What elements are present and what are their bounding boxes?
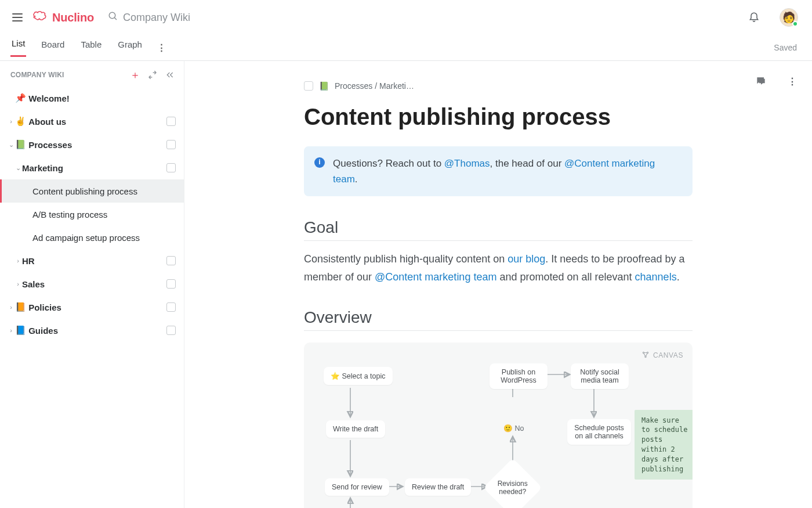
expand-icon[interactable] xyxy=(147,69,158,81)
workspace-search-placeholder: Company Wiki xyxy=(123,12,190,24)
tab-board[interactable]: Board xyxy=(40,39,66,56)
doc-header: 📗 Processes / Marketi… xyxy=(304,76,693,96)
info-icon: i xyxy=(314,157,325,168)
doc-actions: ⋮ xyxy=(745,75,797,87)
sidebar-item-welcome[interactable]: 📌 Welcome! xyxy=(0,87,184,110)
sidebar-item-sales[interactable]: ›Sales xyxy=(0,272,184,296)
link-channels[interactable]: channels xyxy=(635,271,677,283)
view-tabs: List Board Table Graph ⋮ Saved xyxy=(0,35,812,61)
add-page-icon[interactable]: ＋ xyxy=(129,69,141,81)
workspace-search[interactable]: Company Wiki xyxy=(108,11,190,24)
folder-icon: 📗 xyxy=(15,139,26,150)
search-icon xyxy=(108,11,118,24)
canvas-diagram[interactable]: CANVAS ⭐ Select a topic xyxy=(304,343,693,508)
folder-icon: ✌️ xyxy=(15,116,26,127)
sidebar-item-content-publishing-process[interactable]: Content publishing process xyxy=(0,179,184,203)
svg-line-1 xyxy=(114,17,117,20)
link-our-blog[interactable]: our blog xyxy=(507,253,545,265)
sidebar: COMPANY WIKI ＋ 📌 Welcome! ›✌️ About us ⌄… xyxy=(0,61,184,508)
mention-content-marketing-team-2[interactable]: @Content marketing team xyxy=(375,271,496,283)
canvas-node-schedule[interactable]: Schedule posts on all channels xyxy=(567,419,631,445)
app-name: Nuclino xyxy=(52,11,94,24)
sidebar-item-ab-testing-process[interactable]: A/B testing process xyxy=(0,203,184,226)
folder-icon: 📙 xyxy=(15,302,26,312)
stack-icon xyxy=(166,140,176,149)
canvas-node-review-draft[interactable]: Review the draft xyxy=(405,478,471,496)
doc-menu-icon[interactable]: ⋮ xyxy=(788,76,797,87)
canvas-sticky-note[interactable]: Make sure to schedule posts within 2 day… xyxy=(635,410,693,480)
sidebar-header: COMPANY WIKI ＋ xyxy=(0,68,184,82)
sidebar-item-guides[interactable]: ›📘 Guides xyxy=(0,319,184,342)
sidebar-item-about-us[interactable]: ›✌️ About us xyxy=(0,110,184,133)
chevron-right-icon: › xyxy=(7,118,15,125)
callout-text: Questions? Reach out to @Thomas, the hea… xyxy=(333,156,682,187)
canvas-node-publish[interactable]: Publish on WordPress xyxy=(490,363,548,389)
sidebar-item-marketing[interactable]: ⌄Marketing xyxy=(0,156,184,179)
sidebar-title: COMPANY WIKI xyxy=(10,71,124,79)
app-logo[interactable]: Nuclino xyxy=(32,10,94,25)
svg-point-0 xyxy=(109,12,115,19)
breadcrumb[interactable]: Processes / Marketi… xyxy=(335,81,414,91)
chevron-right-icon: › xyxy=(7,327,15,334)
menu-icon[interactable] xyxy=(10,10,24,24)
comments-icon[interactable] xyxy=(755,75,767,87)
chevron-right-icon: › xyxy=(14,257,22,264)
sidebar-item-hr[interactable]: ›HR xyxy=(0,249,184,272)
tab-list[interactable]: List xyxy=(10,38,26,57)
breadcrumb-icon: 📗 xyxy=(319,81,329,91)
chevron-right-icon: › xyxy=(7,304,15,311)
page-icon-placeholder[interactable] xyxy=(304,81,313,91)
goal-paragraph[interactable]: Consistently publish high-quality conten… xyxy=(304,250,693,286)
canvas-node-write-draft[interactable]: Write the draft xyxy=(326,420,385,438)
tab-table[interactable]: Table xyxy=(79,39,103,56)
user-avatar[interactable]: 🧑 xyxy=(780,8,798,27)
canvas-node-select-topic[interactable]: ⭐ Select a topic xyxy=(324,367,393,385)
stack-icon xyxy=(166,326,176,335)
chevron-down-icon: ⌄ xyxy=(14,164,22,172)
doc-content: ⋮ 📗 Processes / Marketi… Content publish… xyxy=(184,61,812,508)
stack-icon xyxy=(166,302,176,312)
page-tree: 📌 Welcome! ›✌️ About us ⌄📗 Processes ⌄Ma… xyxy=(0,82,184,342)
canvas-label-no: 🙂 No xyxy=(503,424,524,433)
canvas-node-notify[interactable]: Notify social media team xyxy=(571,363,629,389)
stack-icon xyxy=(166,256,176,265)
pin-icon: 📌 xyxy=(15,93,26,103)
page-title[interactable]: Content publishing process xyxy=(304,104,693,130)
canvas-node-send-review[interactable]: Send for review xyxy=(325,478,389,496)
presence-dot xyxy=(792,21,798,27)
save-status: Saved xyxy=(774,43,797,52)
mention-thomas[interactable]: @Thomas xyxy=(444,158,490,169)
brain-icon xyxy=(32,10,49,25)
tab-overflow-icon[interactable]: ⋮ xyxy=(157,42,166,53)
chevron-down-icon: ⌄ xyxy=(7,141,15,149)
sidebar-item-ad-campaign-setup-process[interactable]: Ad campaign setup process xyxy=(0,226,184,249)
sidebar-item-processes[interactable]: ⌄📗 Processes xyxy=(0,133,184,156)
tab-graph[interactable]: Graph xyxy=(117,39,143,56)
chevron-right-icon: › xyxy=(14,280,22,287)
stack-icon xyxy=(166,163,176,172)
info-callout[interactable]: i Questions? Reach out to @Thomas, the h… xyxy=(304,146,693,196)
sidebar-item-policies[interactable]: ›📙 Policies xyxy=(0,296,184,319)
collapse-sidebar-icon[interactable] xyxy=(164,69,176,81)
top-bar: Nuclino Company Wiki 🧑 xyxy=(0,0,812,35)
heading-overview[interactable]: Overview xyxy=(304,308,693,331)
notifications-icon[interactable] xyxy=(748,10,760,24)
stack-icon xyxy=(166,279,176,289)
folder-icon: 📘 xyxy=(15,325,26,336)
stack-icon xyxy=(166,117,176,126)
heading-goal[interactable]: Goal xyxy=(304,218,693,241)
